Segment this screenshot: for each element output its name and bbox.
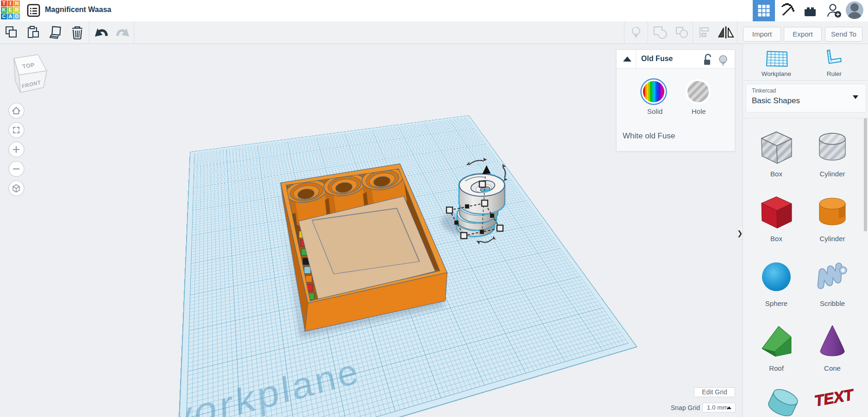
svg-text:❯: ❯ xyxy=(737,229,743,237)
svg-text:TEXT: TEXT xyxy=(814,386,854,410)
